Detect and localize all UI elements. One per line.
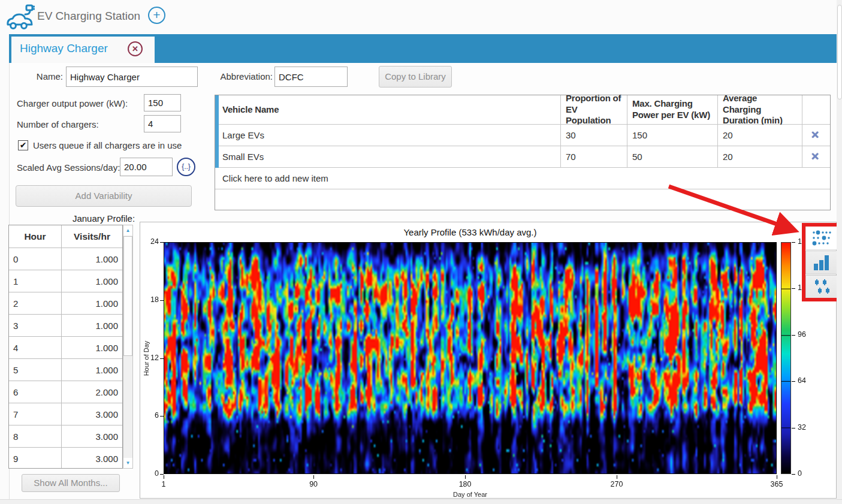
duration-cell[interactable]: 20 (718, 146, 802, 167)
profile-row[interactable]: 93.000 (9, 448, 122, 469)
hour-cell[interactable]: 0 (9, 248, 62, 270)
yearly-profile-chart-panel: Yearly Profile (533 kWh/day avg.) 061218… (140, 222, 837, 499)
visits-cell[interactable]: 1.000 (62, 292, 122, 314)
chart-title: Yearly Profile (533 kWh/day avg.) (164, 227, 777, 237)
scatter-plot-icon (811, 230, 832, 246)
hour-cell[interactable]: 1 (9, 270, 62, 292)
y-tick-label: 24 (143, 237, 159, 246)
colorbar-tick-label: 64 (798, 376, 816, 385)
vehicle-table: Vehicle NameProportion of EV PopulationM… (215, 95, 831, 210)
proportion-cell[interactable]: 30 (561, 125, 627, 146)
vehicle-row[interactable]: Small EVs705020✕ (215, 146, 830, 168)
profile-row[interactable]: 73.000 (9, 403, 122, 425)
charger-count-input[interactable] (144, 115, 181, 132)
x-tick-mark (164, 475, 164, 479)
colorbar-tick-mark (792, 335, 795, 336)
proportion-cell[interactable]: 70 (561, 146, 627, 167)
visits-cell[interactable]: 3.000 (62, 403, 122, 425)
x-tick-label: 270 (605, 480, 629, 488)
profile-row[interactable]: 83.000 (9, 425, 122, 448)
hour-cell[interactable]: 6 (9, 381, 62, 403)
profile-row[interactable]: 31.000 (9, 315, 122, 337)
y-axis-label: Hour of Day (143, 334, 150, 382)
duration-cell[interactable]: 20 (718, 125, 802, 146)
visits-cell[interactable]: 1.000 (62, 248, 122, 270)
add-variability-button[interactable]: Add Variability (16, 185, 192, 207)
profile-row[interactable]: 01.000 (9, 248, 122, 270)
hour-cell[interactable]: 9 (9, 448, 62, 469)
max-power-cell[interactable]: 50 (627, 146, 718, 167)
delete-row-icon[interactable]: ✕ (807, 150, 823, 163)
hour-cell[interactable]: 5 (9, 359, 62, 381)
visits-cell[interactable]: 2.000 (62, 381, 122, 403)
window-scrollbar-thumb[interactable] (837, 5, 842, 99)
profile-table-scrollbar[interactable]: ▲ ▼ (123, 225, 133, 469)
hour-cell[interactable]: 7 (9, 403, 62, 425)
abbreviation-label: Abbreviation: (215, 71, 273, 82)
hour-cell[interactable]: 4 (9, 337, 62, 358)
max-power-cell[interactable]: 150 (627, 125, 718, 146)
x-tick-mark (313, 475, 314, 479)
ev-charging-station-window: EV Charging Station + Highway Charger ✕ … (0, 0, 842, 504)
visits-cell[interactable]: 1.000 (62, 315, 122, 336)
colorbar-tick-label: 96 (798, 330, 816, 339)
tab-close-icon[interactable]: ✕ (128, 41, 143, 56)
name-input[interactable] (66, 67, 198, 87)
profile-row[interactable]: 51.000 (9, 359, 122, 381)
add-station-button[interactable]: + (148, 7, 165, 24)
x-tick-label: 1 (152, 480, 176, 488)
visits-cell[interactable]: 3.000 (62, 448, 122, 469)
scroll-up-icon[interactable]: ▲ (123, 225, 132, 236)
add-new-item-row[interactable]: Click here to add new item (215, 168, 828, 189)
scrollbar-thumb[interactable] (123, 236, 132, 356)
colorbar-tick-label: 32 (798, 423, 816, 431)
visits-cell[interactable]: 1.000 (62, 337, 122, 358)
sessions-advanced-button[interactable]: {..} (177, 158, 195, 176)
page-title: EV Charging Station (37, 10, 140, 23)
delete-col-header (802, 95, 828, 124)
profile-row[interactable]: 62.000 (9, 381, 122, 403)
x-tick-mark (617, 475, 617, 479)
abbreviation-input[interactable] (274, 67, 348, 87)
tab-label: Highway Charger (20, 42, 108, 55)
profile-row[interactable]: 21.000 (9, 292, 122, 315)
profile-row[interactable]: 41.000 (9, 337, 122, 359)
queue-checkbox[interactable]: ✔ (18, 140, 28, 150)
vehicle-row[interactable]: Large EVs3015020✕ (215, 125, 830, 146)
vehicle-col-header: Proportion of EV Population (561, 95, 627, 124)
sessions-input[interactable] (120, 158, 173, 176)
visits-cell[interactable]: 1.000 (62, 359, 122, 381)
y-tick-mark (160, 416, 164, 417)
colorbar-tick-mark (792, 428, 795, 428)
x-tick-mark (777, 475, 777, 479)
hour-cell[interactable]: 2 (9, 292, 62, 314)
vehicle-col-header: Vehicle Name (215, 95, 561, 124)
delete-row-icon[interactable]: ✕ (807, 129, 823, 141)
scatter-plot-button[interactable] (805, 226, 837, 250)
y-tick-label: 0 (143, 469, 159, 478)
empty-row (215, 189, 830, 210)
visits-cell[interactable]: 3.000 (62, 425, 122, 447)
vehicle-col-header: Average Charging Duration (min) (718, 95, 802, 124)
y-tick-label: 6 (143, 411, 159, 420)
x-tick-mark (465, 475, 466, 479)
hour-cell[interactable]: 8 (9, 425, 62, 447)
x-axis-label: Day of Year (164, 491, 777, 498)
visits-cell[interactable]: 1.000 (62, 270, 122, 292)
y-tick-mark (160, 358, 164, 359)
scroll-down-icon[interactable]: ▼ (123, 458, 132, 468)
copy-to-library-button[interactable]: Copy to Library (379, 66, 452, 87)
charger-power-label: Charger output power (kW): (17, 98, 128, 108)
bottom-strip (0, 499, 842, 504)
sessions-label: Scaled Avg Sessions/day: (17, 162, 120, 173)
box-plot-button[interactable] (805, 275, 837, 299)
vehicle-name-cell[interactable]: Large EVs (215, 125, 561, 146)
charger-power-input[interactable] (144, 94, 181, 111)
hour-cell[interactable]: 3 (9, 315, 62, 336)
show-all-months-button[interactable]: Show All Months... (22, 474, 120, 492)
january-profile-table: HourVisits/hr01.00011.00021.00031.00041.… (8, 225, 123, 469)
heatmap-plot[interactable] (164, 242, 777, 474)
vehicle-name-cell[interactable]: Small EVs (215, 146, 561, 167)
profile-row[interactable]: 11.000 (9, 270, 122, 292)
bar-chart-button[interactable] (805, 251, 837, 274)
